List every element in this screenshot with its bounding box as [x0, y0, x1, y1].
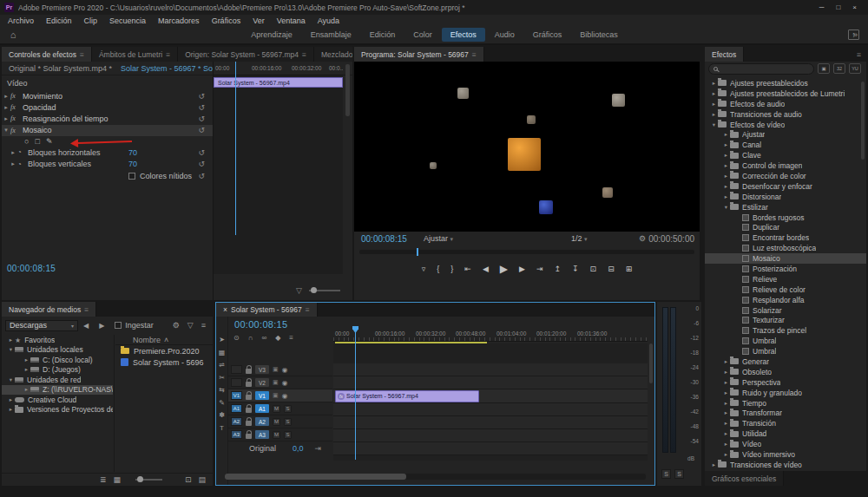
fx-badge-icon[interactable]: fx: [10, 92, 23, 100]
source-patch[interactable]: A2: [231, 417, 242, 426]
effects-tree-item[interactable]: ▸ Distorsionar: [705, 192, 866, 202]
track-name-badge[interactable]: V1: [255, 391, 269, 400]
expand-arrow-icon[interactable]: ▸: [2, 104, 10, 111]
media-tree-item[interactable]: ▸ Favoritos: [2, 335, 113, 345]
twirl-arrow-icon[interactable]: ▸: [722, 379, 730, 386]
effects-tree-item[interactable]: ▸ Utilidad: [705, 428, 866, 439]
timeline-clip[interactable]: fx Solar System - 56967.mp4: [335, 390, 479, 402]
effects-tree-item[interactable]: ▸ Control de imagen: [705, 160, 866, 171]
panel-menu-icon[interactable]: ≡: [166, 50, 170, 59]
expand-arrow-icon[interactable]: ▸: [9, 160, 17, 167]
effects-tab[interactable]: Efectos: [705, 47, 744, 62]
slip-tool[interactable]: ⇆: [219, 386, 225, 394]
twirl-arrow-icon[interactable]: ▾: [7, 376, 15, 383]
twirl-arrow-icon[interactable]: ▾: [722, 204, 730, 211]
twirl-arrow-icon[interactable]: ▸: [722, 389, 730, 396]
twirl-arrow-icon[interactable]: ▸: [722, 152, 730, 159]
toggle-track-output-icon[interactable]: ◉: [282, 366, 288, 374]
share-export-icon[interactable]: ↑: [848, 29, 859, 40]
snap-icon[interactable]: ∩: [248, 334, 253, 342]
32bpc-filter-icon[interactable]: 32: [833, 63, 845, 74]
panel-tab[interactable]: Ámbitos de Lumetri≡: [92, 47, 178, 62]
mark-out-button[interactable]: }: [450, 265, 453, 273]
effects-tree-item[interactable]: Mosaico: [705, 253, 866, 264]
twirl-arrow-icon[interactable]: ▸: [23, 366, 30, 373]
razor-tool[interactable]: ✂: [219, 374, 225, 382]
track-lane-a2[interactable]: [333, 416, 648, 429]
track-lanes[interactable]: fx Solar System - 56967.mp4: [333, 343, 648, 461]
track-lane-v2[interactable]: [333, 376, 648, 389]
zoom-slider[interactable]: [309, 290, 340, 291]
effects-tree-item[interactable]: ▸ Ajustar: [705, 129, 866, 140]
selection-tool[interactable]: ➤: [219, 336, 225, 343]
menu-item[interactable]: Secuencia: [103, 16, 152, 25]
effects-tree-item[interactable]: ▸ Transición: [705, 418, 866, 428]
sort-icon[interactable]: ≡: [201, 321, 206, 330]
effects-tree-item[interactable]: ▸ Canal: [705, 140, 866, 150]
twirl-arrow-icon[interactable]: ▸: [710, 111, 718, 118]
effects-tree-item[interactable]: Duplicar: [705, 222, 866, 232]
horizontal-scrollbar[interactable]: [225, 474, 646, 480]
program-timecode[interactable]: 00:00:08:15: [361, 234, 407, 244]
effects-tree-item[interactable]: Relieve: [705, 274, 866, 284]
twirl-arrow-icon[interactable]: ▸: [710, 90, 718, 97]
effects-tree-item[interactable]: ▸ Obsoleto: [705, 367, 866, 377]
track-lock-icon[interactable]: [246, 408, 252, 413]
effects-tree-item[interactable]: ▸ Generar: [705, 356, 866, 367]
effects-tree-item[interactable]: Texturizar: [705, 315, 866, 325]
mini-playhead[interactable]: [235, 62, 236, 235]
panel-menu-icon[interactable]: ≡: [302, 50, 306, 59]
audio-track-header[interactable]: A2 A2 M S: [228, 415, 332, 428]
effects-tree-item[interactable]: Luz estroboscópica: [705, 243, 866, 253]
effects-tree-item[interactable]: Umbral: [705, 346, 866, 356]
program-scrubber[interactable]: [359, 250, 694, 254]
workspace-tab[interactable]: Aprendizaje: [242, 28, 301, 42]
keyframe-nav-icon[interactable]: ⇥: [315, 444, 322, 453]
track-name-badge[interactable]: V2: [255, 378, 269, 387]
reset-param-icon[interactable]: ↺: [198, 172, 205, 180]
step-back-button[interactable]: ◀: [483, 265, 489, 273]
solo-right-button[interactable]: S: [674, 469, 684, 479]
effects-tree-item[interactable]: Solarizar: [705, 305, 866, 316]
directory-viewer-icon[interactable]: ⊡: [185, 475, 192, 484]
effects-tree-item[interactable]: Resplandor alfa: [705, 295, 866, 305]
type-tool[interactable]: T: [220, 424, 224, 432]
timeline-ruler[interactable]: 00:00 00:00:16:00 00:00:32:00 00:00:48:0…: [333, 326, 648, 342]
ingest-settings-icon[interactable]: ▤: [198, 475, 206, 484]
minimize-button[interactable]: ─: [819, 3, 825, 11]
effects-tree-item[interactable]: ▾ Estilizar: [705, 202, 866, 213]
location-dropdown[interactable]: Descargas ▾: [5, 320, 78, 331]
forward-icon[interactable]: ▶: [94, 322, 109, 330]
param-value[interactable]: 70: [128, 160, 137, 168]
twirl-arrow-icon[interactable]: ▸: [710, 461, 718, 468]
add-marker-button[interactable]: ▿: [422, 265, 426, 273]
twirl-arrow-icon[interactable]: ▸: [722, 451, 730, 458]
menu-item[interactable]: Archivo: [2, 16, 40, 25]
track-name-badge[interactable]: A1: [255, 404, 269, 413]
toggle-track-output-icon[interactable]: ◉: [282, 379, 288, 387]
hand-tool[interactable]: ✽: [219, 411, 225, 419]
effects-tree-item[interactable]: ▸ Transiciones de vídeo: [705, 460, 866, 470]
twirl-arrow-icon[interactable]: ▸: [722, 193, 730, 200]
track-name-badge[interactable]: A2: [255, 417, 269, 426]
effects-tree-item[interactable]: ▸ Transformar: [705, 409, 866, 419]
effects-tree-item[interactable]: ▸ Clave: [705, 150, 866, 160]
scrollbar-thumb[interactable]: [225, 474, 406, 480]
twirl-arrow-icon[interactable]: ▸: [722, 400, 730, 407]
media-tree-item[interactable]: ▸ C: (Disco local): [2, 355, 113, 365]
step-forward-button[interactable]: ▶: [519, 265, 525, 273]
twirl-arrow-icon[interactable]: ▸: [23, 356, 30, 363]
twirl-arrow-icon[interactable]: ▸: [722, 358, 730, 365]
twirl-arrow-icon[interactable]: ▾: [7, 346, 15, 353]
effects-tree-item[interactable]: ▸ Ajustes preestablecidos: [705, 78, 866, 88]
track-lock-icon[interactable]: [246, 434, 252, 439]
media-tree-item[interactable]: ▾ Unidades locales: [2, 345, 113, 356]
effects-tree-item[interactable]: Encontrar bordes: [705, 232, 866, 243]
fx-badge-icon[interactable]: fx: [10, 103, 23, 111]
param-row-horizontal-blocks[interactable]: ▸ ◔ Bloques horizontales 70 ↺: [2, 147, 214, 159]
source-patch[interactable]: [231, 378, 242, 387]
twirl-arrow-icon[interactable]: ▸: [722, 441, 730, 448]
effects-tree-item[interactable]: ▾ Efectos de vídeo: [705, 120, 866, 130]
effects-tree-item[interactable]: ▸ Efectos de audio: [705, 99, 866, 109]
effect-row[interactable]: ▸ fx Opacidad ↺: [2, 101, 214, 113]
